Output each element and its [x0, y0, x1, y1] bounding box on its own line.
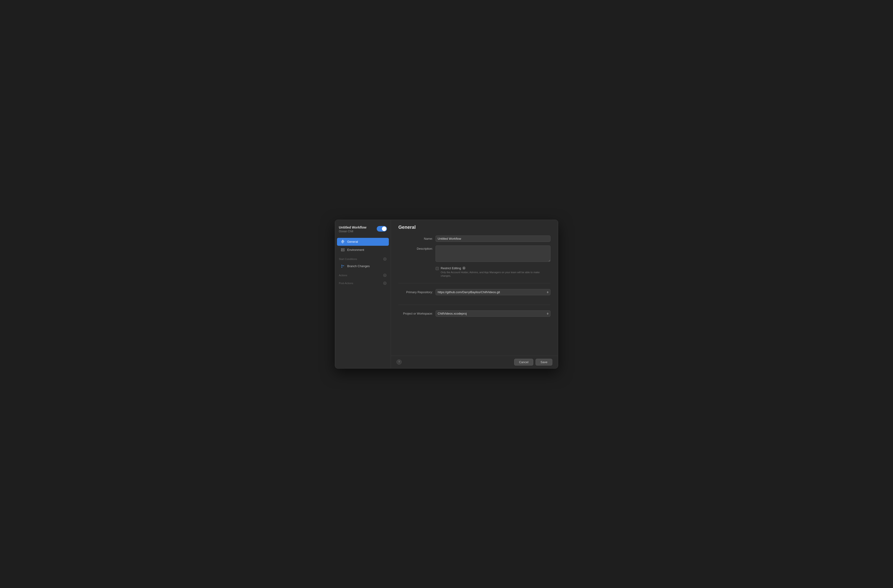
main-body: Name: Description:: [391, 234, 558, 356]
primary-repository-row: Primary Repository: https://github.com/D…: [398, 289, 550, 295]
sidebar-section-actions: Actions: [335, 271, 391, 278]
description-row: Description:: [398, 245, 550, 263]
add-post-action-button[interactable]: [383, 281, 387, 285]
help-button[interactable]: ?: [397, 359, 401, 365]
post-actions-label: Post-Actions: [339, 282, 353, 284]
sidebar-item-general[interactable]: General: [337, 238, 389, 246]
footer-buttons: Cancel Save: [514, 359, 552, 365]
branch-icon: [341, 264, 345, 268]
workflow-window: Untitled Workflow Ocean Chill General: [335, 220, 558, 368]
cancel-button[interactable]: Cancel: [514, 359, 533, 365]
name-input[interactable]: [436, 236, 550, 242]
save-button[interactable]: Save: [535, 359, 552, 365]
actions-label: Actions: [339, 274, 347, 277]
sidebar-nav: General Environment: [335, 238, 391, 365]
project-workspace-label: Project or Workspace:: [398, 310, 436, 315]
project-workspace-row: Project or Workspace: ChillVideos.xcodep…: [398, 310, 550, 317]
sidebar-item-general-label: General: [347, 240, 358, 244]
project-workspace-control: ChillVideos.xcodeproj: [436, 310, 550, 317]
add-action-button[interactable]: [383, 273, 387, 277]
server-icon: [341, 248, 345, 252]
main-content: General Name: Description:: [391, 220, 558, 368]
workflow-title: Untitled Workflow: [339, 226, 367, 229]
sidebar-header: Untitled Workflow Ocean Chill: [335, 224, 391, 238]
gear-icon: [341, 240, 345, 244]
project-workspace-select-wrapper: ChillVideos.xcodeproj: [436, 310, 550, 317]
description-input[interactable]: [436, 245, 550, 262]
page-title: General: [398, 225, 550, 230]
start-conditions-label: Start Conditions: [339, 258, 357, 260]
primary-repository-control: https://github.com/DarrylBayliss/ChillVi…: [436, 289, 550, 295]
workflow-toggle[interactable]: [377, 226, 387, 232]
sidebar-item-environment[interactable]: Environment: [337, 246, 389, 254]
restrict-editing-label: Restrict Editing ℹ: [441, 266, 550, 270]
form-section-project: Project or Workspace: ChillVideos.xcodep…: [398, 310, 550, 326]
add-start-condition-button[interactable]: [383, 257, 387, 261]
restrict-editing-info-icon[interactable]: ℹ: [462, 266, 466, 270]
sidebar-item-branch-changes[interactable]: Branch Changes: [337, 262, 389, 270]
form-section-basic: Name: Description:: [398, 236, 550, 284]
sidebar-section-post-actions: Post-Actions: [335, 278, 391, 286]
project-workspace-select[interactable]: ChillVideos.xcodeproj: [436, 310, 550, 317]
restrict-editing-row: Restrict Editing ℹ Only the Account Hold…: [436, 266, 550, 278]
sidebar: Untitled Workflow Ocean Chill General: [335, 220, 391, 368]
name-label: Name:: [398, 236, 436, 241]
name-row: Name:: [398, 236, 550, 242]
sidebar-section-start-conditions: Start Conditions: [335, 254, 391, 262]
primary-repository-select[interactable]: https://github.com/DarrylBayliss/ChillVi…: [436, 289, 550, 295]
description-label: Description:: [398, 245, 436, 250]
form-section-repository: Primary Repository: https://github.com/D…: [398, 289, 550, 305]
restrict-editing-checkbox[interactable]: [436, 267, 439, 270]
description-control: [436, 245, 550, 263]
sidebar-item-branch-changes-label: Branch Changes: [347, 264, 370, 268]
primary-repository-select-wrapper: https://github.com/DarrylBayliss/ChillVi…: [436, 289, 550, 295]
name-control: [436, 236, 550, 242]
restrict-editing-hint: Only the Account Holder, Admins, and App…: [441, 271, 550, 278]
sidebar-item-environment-label: Environment: [347, 248, 364, 251]
sidebar-title-group: Untitled Workflow Ocean Chill: [339, 226, 367, 233]
restrict-editing-wrapper: Restrict Editing ℹ Only the Account Hold…: [436, 266, 550, 278]
restrict-editing-label-group: Restrict Editing ℹ Only the Account Hold…: [441, 266, 550, 278]
primary-repository-label: Primary Repository:: [398, 289, 436, 294]
main-header: General: [391, 220, 558, 234]
svg-point-3: [341, 250, 342, 251]
workflow-subtitle: Ocean Chill: [339, 230, 367, 233]
main-footer: ? Cancel Save: [391, 356, 558, 368]
svg-point-2: [341, 249, 342, 249]
window-content: Untitled Workflow Ocean Chill General: [335, 220, 558, 368]
